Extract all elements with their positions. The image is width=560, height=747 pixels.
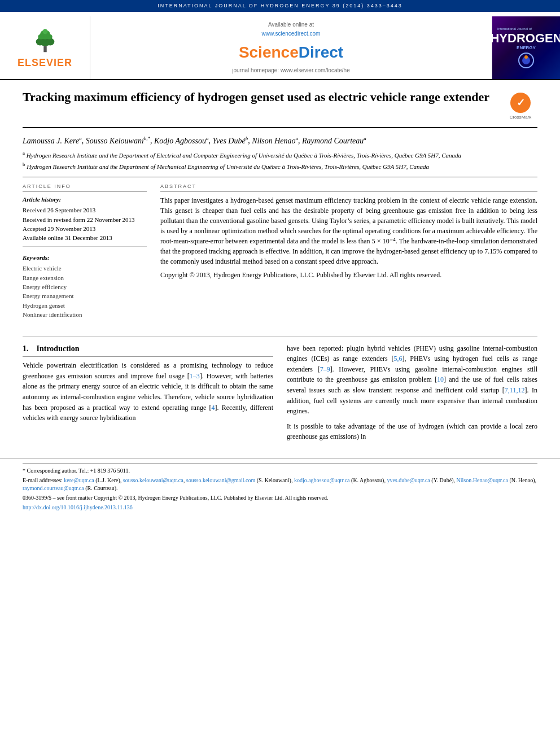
body-separator [23, 336, 537, 337]
author-dube: Yves Dubéb [212, 137, 248, 145]
author-agbossou: Kodjo Agbossoua [154, 137, 208, 145]
email-kere[interactable]: kere@uqtr.ca [64, 477, 94, 483]
author-courteau: Raymond Courteaua [302, 137, 366, 145]
section-title-text: Introduction [37, 344, 80, 353]
intro-para-right-1: have been reported: plugin hybrid vehicl… [287, 343, 537, 417]
article-content: Tracking maximum efficiency of hydrogen … [0, 80, 560, 329]
abstract-text: This paper investigates a hydrogen-based… [160, 195, 537, 280]
email-kelouwani-2[interactable]: sousso.kelouwani@gmail.com [186, 477, 256, 483]
svg-point-2 [36, 38, 44, 45]
keyword-4: Hydrogen genset [23, 302, 147, 310]
author-henao: Nilson Henaoa [252, 137, 298, 145]
publisher-header: ELSEVIER Available online at www.science… [0, 12, 560, 80]
email-henao[interactable]: Nilson.Henao@uqtr.ca [457, 477, 508, 483]
cover-subtitle-text: ENERGY [517, 45, 536, 51]
cover-decoration-icon [518, 52, 535, 69]
footer-divider [23, 463, 537, 464]
article-info-heading: ARTICLE INFO [23, 183, 147, 192]
section-1-heading: 1. Introduction [23, 343, 273, 357]
crossmark-area: ✓ CrossMark [504, 91, 537, 120]
affiliation-b: b Hydrogen Research Institute and the De… [23, 161, 537, 171]
corresponding-note: * Corresponding author. Tel.: +1 819 376… [23, 467, 537, 475]
intro-left-col: 1. Introduction Vehicle powertrain elect… [23, 343, 273, 447]
sciencedirect-logo: ScienceDirect [239, 41, 343, 63]
revised-date: Received in revised form 22 November 201… [23, 216, 147, 224]
journal-cover-inner: International Journal of HYDROGEN ENERGY [495, 22, 557, 73]
received-date: Received 26 September 2013 [23, 206, 147, 215]
email-dube[interactable]: yves.dube@uqtr.ca [387, 477, 430, 483]
intro-right-col: have been reported: plugin hybrid vehicl… [287, 343, 537, 447]
email-line: E-mail addresses: kere@uqtr.ca (L.J. Ker… [23, 477, 537, 492]
svg-point-5 [38, 34, 44, 39]
footer-notes: * Corresponding author. Tel.: +1 819 376… [0, 458, 560, 518]
abstract-col: ABSTRACT This paper investigates a hydro… [160, 183, 537, 320]
intro-para-right-2: It is possible to take advantage of the … [287, 421, 537, 442]
affiliation-a: a Hydrogen Research Institute and the De… [23, 150, 537, 160]
svg-point-10 [524, 55, 528, 59]
cover-h-text: HYDROGEN [490, 32, 560, 45]
doi-link[interactable]: http://dx.doi.org/10.1016/j.ijhydene.201… [23, 504, 537, 512]
elsevier-tree-icon [28, 25, 62, 54]
info-abstract-cols: ARTICLE INFO Article history: Received 2… [23, 183, 537, 320]
article-history-label: Article history: [23, 195, 147, 204]
keywords-section: Keywords: Electric vehicle Range extensi… [23, 254, 147, 320]
crossmark-icon: ✓ [509, 91, 532, 114]
journal-header-bar: INTERNATIONAL JOURNAL OF HYDROGEN ENERGY… [0, 0, 560, 12]
svg-point-3 [46, 38, 54, 45]
elsevier-brand: ELSEVIER [18, 25, 72, 70]
article-title-row: Tracking maximum efficiency of hydrogen … [23, 89, 537, 128]
svg-rect-0 [43, 46, 46, 52]
article-info-col: ARTICLE INFO Article history: Received 2… [23, 183, 147, 320]
keyword-3: Energy management [23, 292, 147, 300]
abstract-body: This paper investigates a hydrogen-based… [160, 195, 537, 267]
email-courteau[interactable]: raymond.courteau@uqtr.ca [23, 485, 84, 491]
intro-para-1: Vehicle powertrain electrification is co… [23, 360, 273, 423]
elsevier-brand-text: ELSEVIER [18, 56, 72, 70]
keyword-1: Range extension [23, 274, 147, 282]
journal-cover-area: International Journal of HYDROGEN ENERGY [492, 16, 560, 79]
email-kelouwani-1[interactable]: sousso.kelouwani@uqtr.ca [123, 477, 183, 483]
keywords-label: Keywords: [23, 254, 147, 262]
abstract-heading: ABSTRACT [160, 183, 537, 192]
author-kelouwani: Sousso Kelouwanib,* [86, 137, 150, 145]
sd-science-text: Science [239, 43, 299, 61]
section-number-text: 1. [23, 344, 29, 353]
sd-direct-text: Direct [299, 43, 343, 61]
keyword-5: Nonlinear identification [23, 311, 147, 319]
author-kere: Lamoussa J. Kerea [23, 137, 82, 145]
body-content: 1. Introduction Vehicle powertrain elect… [0, 343, 560, 447]
crossmark-label: CrossMark [510, 114, 532, 120]
svg-point-7 [42, 29, 47, 34]
elsevier-logo-area: ELSEVIER [0, 16, 90, 79]
info-divider [23, 246, 147, 247]
authors-section: Lamoussa J. Kerea, Sousso Kelouwanib,*, … [23, 135, 537, 177]
abstract-copyright: Copyright © 2013, Hydrogen Energy Public… [160, 270, 537, 280]
keyword-0: Electric vehicle [23, 264, 147, 273]
svg-point-6 [46, 34, 52, 39]
article-title: Tracking maximum efficiency of hydrogen … [23, 89, 497, 106]
email-agbossou[interactable]: kodjo.agbossou@uqtr.ca [294, 477, 350, 483]
sciencedirect-area: Available online at www.sciencedirect.co… [90, 16, 492, 79]
accepted-date: Accepted 29 November 2013 [23, 225, 147, 233]
authors-line: Lamoussa J. Kerea, Sousso Kelouwanib,*, … [23, 135, 537, 146]
keyword-2: Energy efficiency [23, 283, 147, 291]
affiliations: a Hydrogen Research Institute and the De… [23, 150, 537, 171]
rights-line: 0360-3199/$ – see front matter Copyright… [23, 494, 537, 502]
sciencedirect-url[interactable]: www.sciencedirect.com [262, 30, 321, 38]
available-online-text: Available online at [268, 21, 314, 29]
svg-text:✓: ✓ [517, 97, 525, 108]
journal-homepage-text: journal homepage: www.elsevier.com/locat… [232, 67, 349, 75]
available-online-date: Available online 31 December 2013 [23, 234, 147, 242]
